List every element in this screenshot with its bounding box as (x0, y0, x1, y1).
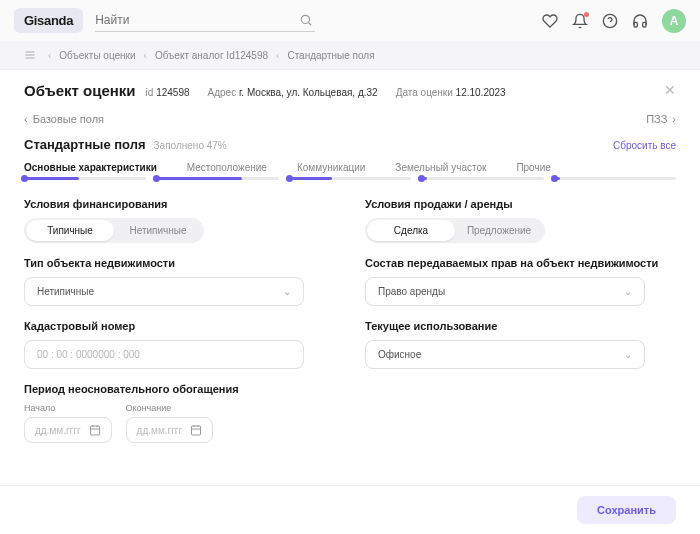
svg-point-0 (302, 15, 310, 23)
avatar[interactable]: A (662, 9, 686, 33)
cadastral-input[interactable]: 00 : 00 : 0000000 : 000 (24, 340, 304, 369)
rights-label: Состав передаваемых прав на объект недви… (365, 257, 676, 269)
chevron-down-icon: ⌄ (283, 286, 291, 297)
bell-icon[interactable] (572, 13, 588, 29)
sale-label: Условия продажи / аренды (365, 198, 676, 210)
financing-label: Условия финансирования (24, 198, 335, 210)
crumb-2[interactable]: Стандартные поля (287, 50, 374, 61)
chevron-left-icon: ‹ (24, 113, 28, 125)
rights-select[interactable]: Право аренды⌄ (365, 277, 645, 306)
brand-logo[interactable]: Gisanda (14, 8, 83, 33)
sale-opt-2[interactable]: Предложение (455, 220, 543, 241)
chevron-down-icon: ⌄ (624, 286, 632, 297)
chevron-right-icon: › (672, 113, 676, 125)
tab-communications[interactable]: Коммуникации (297, 162, 365, 173)
page-address: Адрес г. Москва, ул. Кольцевая, д.32 (208, 87, 386, 98)
sale-opt-1[interactable]: Сделка (367, 220, 455, 241)
financing-opt-1[interactable]: Типичные (26, 220, 114, 241)
heart-icon[interactable] (542, 13, 558, 29)
menu-icon[interactable] (24, 49, 36, 61)
enrichment-label: Период неосновательного обогащения (24, 383, 335, 395)
search-input[interactable] (95, 13, 315, 27)
date-end-input[interactable]: дд.мм.гггг (126, 417, 214, 443)
page-date: Дата оценки 12.10.2023 (396, 87, 514, 98)
chevron-left-icon: ‹ (48, 50, 51, 61)
section-title: Стандартные поля (24, 137, 146, 152)
page-id: id 124598 (146, 87, 198, 98)
close-icon[interactable]: ✕ (664, 82, 676, 98)
type-select[interactable]: Нетипичные⌄ (24, 277, 304, 306)
calendar-icon (190, 424, 202, 436)
svg-rect-7 (90, 426, 99, 435)
date-start-input[interactable]: дд.мм.гггг (24, 417, 112, 443)
financing-toggle[interactable]: Типичные Нетипичные (24, 218, 204, 243)
date-start-label: Начало (24, 403, 112, 413)
search-box[interactable] (95, 9, 315, 32)
chevron-left-icon: ‹ (144, 50, 147, 61)
support-icon[interactable] (632, 13, 648, 29)
tab-main[interactable]: Основные характеристики (24, 162, 157, 173)
section-progress: Заполнено 47% (154, 140, 227, 151)
chevron-left-icon: ‹ (276, 50, 279, 61)
type-label: Тип объекта недвижимости (24, 257, 335, 269)
chevron-down-icon: ⌄ (624, 349, 632, 360)
nav-forward[interactable]: ПЗЗ› (646, 113, 676, 125)
tab-land[interactable]: Земельный участок (395, 162, 486, 173)
svg-line-1 (309, 22, 312, 25)
tab-location[interactable]: Местоположение (187, 162, 267, 173)
search-icon[interactable] (299, 13, 313, 27)
save-button[interactable]: Сохранить (577, 496, 676, 524)
breadcrumb: ‹ Объекты оценки ‹ Объект аналог Id12459… (0, 41, 700, 70)
help-icon[interactable] (602, 13, 618, 29)
crumb-1[interactable]: Объект аналог Id124598 (155, 50, 268, 61)
financing-opt-2[interactable]: Нетипичные (114, 220, 202, 241)
cadastral-label: Кадастровый номер (24, 320, 335, 332)
nav-back[interactable]: ‹Базовые поля (24, 113, 104, 125)
svg-rect-11 (192, 426, 201, 435)
page-title: Объект оценки (24, 82, 136, 99)
calendar-icon (89, 424, 101, 436)
usage-label: Текущее использование (365, 320, 676, 332)
sale-toggle[interactable]: Сделка Предложение (365, 218, 545, 243)
date-end-label: Окончание (126, 403, 214, 413)
reset-button[interactable]: Сбросить все (613, 140, 676, 151)
usage-select[interactable]: Офисное⌄ (365, 340, 645, 369)
tabs-progress (24, 177, 676, 180)
tab-other[interactable]: Прочие (516, 162, 550, 173)
crumb-0[interactable]: Объекты оценки (59, 50, 135, 61)
